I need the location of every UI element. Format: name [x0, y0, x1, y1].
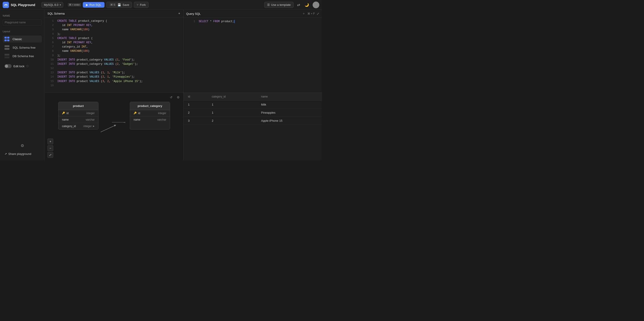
query-code-area[interactable]: 1 SELECT * FROM product; — [184, 18, 322, 93]
code-line-1: 1 CREATE TABLE product_category ( — [45, 19, 183, 23]
edit-lock-row: Edit lock ⓘ — [3, 63, 42, 70]
chevron-down-icon: ▾ — [60, 4, 61, 6]
sidebar: Name Layout Classic — [0, 10, 45, 160]
classic-layout-icon — [4, 37, 10, 41]
play-icon: ▶ — [86, 3, 88, 7]
sql-schema-panel-header: SQL Schema ✦ — [45, 10, 183, 17]
results-tbody: 1 1 Milk 2 1 Pineapples 3 2 Apple iP — [184, 100, 322, 125]
settings-icon-button[interactable]: ⚙ — [3, 142, 42, 149]
zoom-in-button[interactable]: + — [48, 138, 53, 144]
edit-lock-info-icon[interactable]: ⓘ — [26, 65, 29, 68]
product-category-id-row: 🔑 id integer — [130, 110, 170, 117]
query-sql-panel-header: Query SQL + ⌘ + F ⤢ — [184, 10, 322, 18]
layout-toggle-button[interactable]: ⇄ — [296, 2, 301, 8]
code-line-16: 16 — [45, 84, 183, 88]
row2-name: Pineapples — [257, 108, 322, 117]
query-expand-button[interactable]: ⤢ — [317, 12, 319, 16]
use-template-button[interactable]: ☰ Use a template — [264, 2, 294, 8]
topbar-actions: ⌘ + enter ▶ Run SQL ⌘ S 💾 Save ⑂ Fork — [68, 2, 148, 8]
col-category-id-header: category_id — [207, 93, 256, 101]
edit-lock-label: Edit lock — [14, 65, 24, 68]
sql-schema-free-label: SQL Schema free — [12, 46, 36, 49]
product-id-row: 🔑 id integer — [58, 110, 98, 117]
product-category-id-field: category_id — [62, 125, 76, 128]
share-icon: ↗ — [4, 152, 7, 155]
classic-layout-label: Classic — [12, 38, 22, 41]
save-label: Save — [122, 3, 129, 7]
col-id-header: id — [184, 93, 207, 101]
code-line-15: 15 INSERT INTO product VALUES (3, 2, 'Ap… — [45, 79, 183, 84]
sql-schema-tab[interactable]: SQL Schema — [48, 12, 65, 15]
theme-toggle-button[interactable]: 🌙 — [304, 2, 310, 8]
product-name-field: name — [62, 118, 69, 121]
share-playground-button[interactable]: ↗ Share playground — [3, 151, 42, 157]
main-layout: Name Layout Classic — [0, 10, 322, 160]
code-line-13: 13 INSERT INTO product VALUES (1, 1, 'Mi… — [45, 71, 183, 75]
db-tables-container: product 🔑 id integer name — [45, 93, 183, 138]
layout-section-label: Layout — [3, 30, 42, 33]
product-category-table-header: product_category — [130, 102, 170, 110]
save-shortcut-key: ⌘ S — [109, 3, 116, 7]
app-logo: 🗃 SQL Playground — [3, 2, 35, 8]
logo-icon: 🗃 — [3, 2, 9, 8]
product-category-id-row: category_id integer ➤ — [58, 123, 98, 129]
add-query-tab-button[interactable]: + — [302, 12, 306, 16]
row1-category-id: 1 — [207, 100, 256, 108]
results-panel: id category_id name 1 1 Milk 2 — [184, 93, 322, 160]
code-line-2: 2 id INT PRIMARY KEY, — [45, 23, 183, 28]
save-icon: 💾 — [118, 3, 121, 7]
code-line-8: 8 name VARCHAR(100) — [45, 49, 183, 53]
share-label: Share playground — [8, 152, 31, 155]
edit-lock-toggle[interactable] — [4, 64, 12, 68]
layout-classic-option[interactable]: Classic — [3, 35, 42, 43]
code-line-10: 10 INSERT INTO product_category VALUES (… — [45, 58, 183, 62]
code-line-11: 11 INSERT INTO product_category VALUES (… — [45, 62, 183, 66]
code-line-5: 5 CREATE TABLE product ( — [45, 36, 183, 41]
query-sql-tab-label: Query SQL — [186, 12, 201, 16]
fork-label: Fork — [140, 3, 146, 7]
row3-id: 3 — [184, 117, 207, 125]
row3-name: Apple iPhone 15 — [257, 117, 322, 125]
product-table-header: product — [58, 102, 98, 110]
user-avatar[interactable] — [312, 2, 319, 8]
layout-sql-schema-free-option[interactable]: SQL Schema free — [3, 44, 42, 51]
layout-db-schema-free-option[interactable]: DB Schema free — [3, 52, 42, 60]
query-sql-tab[interactable]: Query SQL — [186, 12, 201, 16]
code-line-7: 7 category_id INT, — [45, 45, 183, 49]
query-sql-panel: Query SQL + ⌘ + F ⤢ 1 SELECT * FROM prod… — [184, 10, 322, 93]
table-row: 1 1 Milk — [184, 100, 322, 108]
row2-id: 2 — [184, 108, 207, 117]
sidebar-bottom: ⚙ ↗ Share playground — [3, 142, 42, 157]
playground-name-input[interactable] — [3, 19, 42, 26]
sql-schema-tab-label: SQL Schema — [48, 12, 65, 15]
code-line-9: 9 ); — [45, 54, 183, 58]
use-template-label: Use a template — [271, 3, 291, 7]
fork-button[interactable]: ⑂ Fork — [134, 2, 148, 8]
key-icon: 🔑 — [62, 112, 65, 114]
sql-schema-star-button[interactable]: ✦ — [178, 12, 180, 15]
save-button[interactable]: ⌘ S 💾 Save — [106, 2, 132, 8]
product-category-table: product_category 🔑 id integer name — [130, 102, 170, 129]
db-selector[interactable]: MySQL 8.0 ▾ — [42, 2, 63, 8]
content-area: SQL Schema ✦ 1 CREATE TABLE product_cate… — [45, 10, 322, 160]
code-line-6: 6 id INT PRIMARY KEY, — [45, 41, 183, 45]
run-sql-label: Run SQL — [90, 3, 101, 7]
product-category-name-row: name varchar — [130, 117, 170, 123]
sql-schema-panel: SQL Schema ✦ 1 CREATE TABLE product_cate… — [45, 10, 184, 93]
topbar: 🗃 SQL Playground MySQL 8.0 ▾ ⌘ + enter ▶… — [0, 0, 322, 10]
fit-view-button[interactable]: ⤢ — [48, 152, 53, 158]
row2-category-id: 1 — [207, 108, 256, 117]
run-sql-button[interactable]: ▶ Run SQL — [83, 2, 104, 8]
code-line-4: 4 ); — [45, 32, 183, 36]
diagram-toolbar: + − ⤢ — [48, 138, 53, 158]
product-name-row: name varchar — [58, 117, 98, 123]
table-row: 3 2 Apple iPhone 15 — [184, 117, 322, 125]
db-schema-free-icon — [4, 54, 10, 58]
zoom-out-button[interactable]: − — [48, 145, 53, 151]
sql-schema-code-area[interactable]: 1 CREATE TABLE product_category ( 2 id I… — [45, 17, 183, 93]
app-title: SQL Playground — [11, 3, 35, 7]
query-code-line-1: 1 SELECT * FROM product; — [186, 20, 319, 24]
key-icon-2: 🔑 — [134, 112, 137, 114]
db-diagram-panel: ↺ ⚙ product — [45, 93, 184, 160]
code-line-12: 12 — [45, 66, 183, 71]
